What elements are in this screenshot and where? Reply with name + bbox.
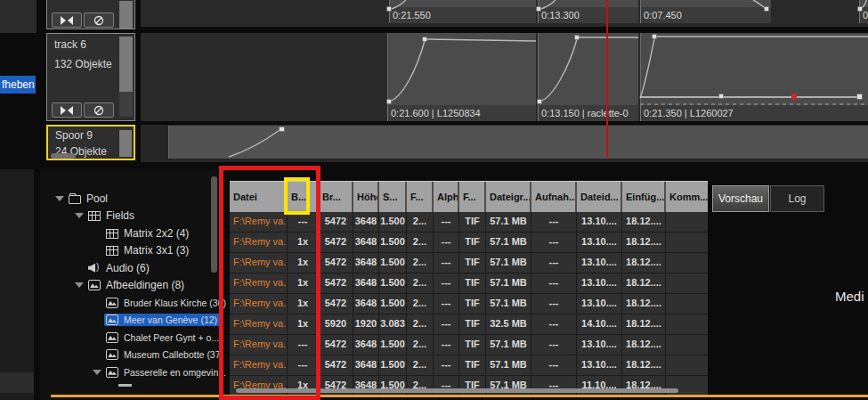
column-header-dateigroesse[interactable]: Dateigr... (486, 182, 531, 212)
prohibition-icon (93, 105, 104, 116)
grid-icon (106, 245, 119, 256)
track-mute-button[interactable] (84, 12, 114, 28)
column-header-f1[interactable]: F... (407, 182, 434, 212)
column-header-aufnahme[interactable]: Aufnah... (531, 182, 577, 212)
column-header-hoehe[interactable]: Höhe (353, 182, 379, 212)
tree-item[interactable]: Chalet Peer Gynt + o... (40, 329, 221, 347)
expander-icon[interactable] (74, 213, 86, 218)
clip-label: 0:21.600 | L1250834 (387, 105, 536, 121)
track-collapse-button[interactable] (52, 102, 82, 118)
annotation-orange-underline (51, 395, 868, 397)
column-header-einfuegedatum[interactable]: Einfüg... (622, 182, 666, 212)
tree-item-label: Audio (6) (106, 262, 150, 274)
track-mute-button[interactable] (84, 102, 114, 118)
timeline-clip[interactable]: 0:13.300 (538, 0, 638, 23)
track-collapse-button[interactable] (52, 12, 82, 28)
track-object-count: 132 Objekte (54, 58, 112, 70)
tree-item-label: Matrix 3x1 (3) (124, 244, 189, 257)
tree-scrollbar[interactable] (211, 176, 217, 273)
expander-icon[interactable] (54, 196, 67, 201)
clip-label: 0:21.350 | L1260027 (640, 105, 868, 121)
clip-label: 0:07.450 (640, 7, 771, 23)
left-panel-fragment-bottom (0, 169, 34, 400)
tree-item-partial (118, 384, 132, 387)
pool-tree-panel: Pool Fields Matrix 2x2 (4) Matrix 3 (40, 169, 221, 400)
tree-item[interactable]: Audio (6) (40, 259, 221, 277)
tab-log[interactable]: Log (770, 185, 824, 212)
timeline-clip[interactable] (168, 126, 868, 159)
timeline-clip[interactable]: 0: (859, 0, 868, 23)
clip-label: 0:21.550 (389, 7, 536, 23)
tree-item[interactable]: Meer van Genève (12) (40, 312, 221, 330)
collapse-icon (60, 106, 74, 115)
application-window: fheben track 6 132 Objekte (0, 0, 868, 400)
grid-icon (106, 228, 119, 239)
tree-item-label: Passerelle en omgevin... (124, 367, 226, 378)
image-icon (88, 280, 101, 290)
left-panel-box (0, 372, 34, 393)
prohibition-icon (93, 15, 104, 26)
tree-item[interactable]: Matrix 2x2 (4) (40, 224, 221, 242)
image-icon (106, 367, 119, 378)
timeline-clip[interactable]: 0:07.450 (640, 0, 771, 23)
tree-item[interactable]: Bruder Klaus Kirche (30) (40, 294, 221, 312)
timeline-scrollbar[interactable] (51, 153, 76, 159)
preview-overlay-text: Medi (835, 289, 864, 304)
expander-icon[interactable] (74, 282, 86, 288)
tree-item-label: Matrix 2x2 (4) (124, 227, 189, 240)
playhead[interactable] (606, 0, 608, 158)
timeline-clip[interactable]: 0:21.350 | L1260027 (640, 33, 868, 121)
track-level-slider[interactable] (119, 37, 133, 117)
tree-item-label: Museum Callebotte (37) (124, 349, 223, 360)
column-header-alpha[interactable]: Alpha (434, 182, 459, 212)
tree-item[interactable]: Matrix 3x1 (3) (40, 242, 221, 260)
timeline-clip[interactable]: 0:21.600 | L1250834 (387, 33, 536, 121)
image-icon (106, 298, 119, 308)
column-header-f2[interactable]: F... (459, 182, 486, 212)
tree-item-label: Fields (106, 209, 134, 222)
column-header-kommentar[interactable]: Komm... (666, 182, 708, 212)
expander-icon[interactable] (92, 370, 104, 375)
timeline-panel: track 6 132 Objekte Spoor 9 24 Objekte (0, 0, 868, 165)
image-icon (106, 332, 119, 343)
tree-item-label: Bruder Klaus Kirche (30) (124, 298, 226, 308)
grid-icon (88, 210, 101, 221)
tree-item[interactable]: Afbeeldingen (8) (40, 277, 221, 295)
timeline-clip[interactable]: 0:13.150 | raclette-0 (538, 33, 638, 121)
track-level-slider[interactable] (119, 130, 132, 157)
timeline-clip[interactable]: 0:21.550 (389, 0, 536, 23)
annotation-yellow-rectangle (284, 177, 310, 215)
tree-item-label: Chalet Peer Gynt + o... (124, 332, 219, 343)
speaker-icon (88, 263, 101, 273)
track-header-6[interactable]: track 6 132 Objekte (46, 33, 135, 121)
collapse-icon (60, 16, 74, 25)
clip-label: 0:13.300 (538, 7, 638, 23)
track-level-slider[interactable] (119, 1, 133, 29)
tree-item-label: Meer van Genève (12) (124, 314, 217, 325)
clip-label: 0:13.150 | raclette-0 (538, 105, 638, 121)
tree-item-label: Afbeeldingen (8) (106, 279, 184, 291)
tree-item[interactable]: Museum Callebotte (37) (40, 347, 221, 364)
tree-item-label: Pool (86, 192, 108, 205)
image-icon (106, 314, 119, 325)
track-header-top[interactable] (46, 0, 135, 29)
tree-item[interactable]: Pool (40, 190, 221, 208)
folder-icon (69, 193, 82, 204)
column-header-breite[interactable]: Br... (319, 182, 353, 212)
clip-label: 0: (859, 7, 868, 23)
track-name: track 6 (54, 38, 86, 51)
column-header-dateidatum[interactable]: Dateid... (577, 182, 622, 212)
tab-vorschau[interactable]: Vorschau (712, 185, 769, 212)
tree-item[interactable]: Fields (40, 208, 221, 225)
track-name: Spoor 9 (55, 129, 93, 142)
column-header-s[interactable]: S... (379, 182, 407, 212)
image-icon (106, 349, 119, 360)
tree-item[interactable]: Passerelle en omgevin... (40, 363, 221, 381)
